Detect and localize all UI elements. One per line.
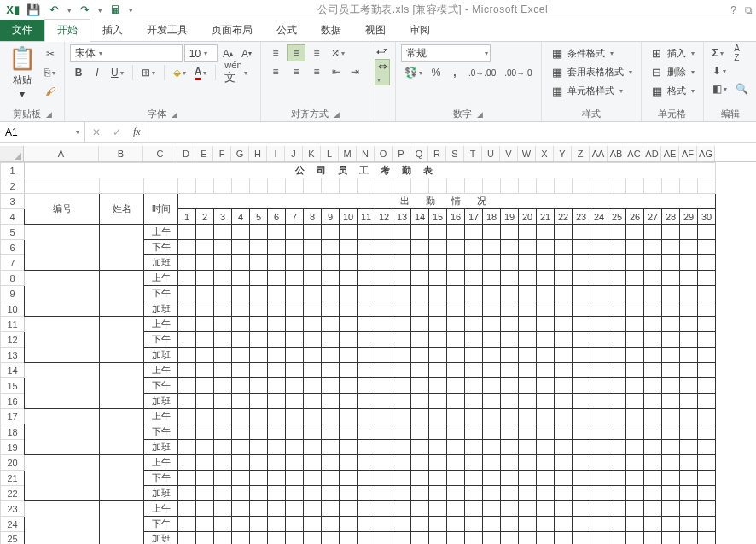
column-header[interactable]: N (357, 146, 375, 161)
row-header[interactable]: 7 (1, 255, 25, 271)
tab-data[interactable]: 数据 (309, 20, 353, 41)
conditional-formatting-button[interactable]: ▦条件格式▾ (547, 44, 636, 62)
row-header[interactable]: 19 (1, 440, 25, 455)
tab-formulas[interactable]: 公式 (265, 20, 309, 41)
column-header[interactable]: M (339, 146, 357, 161)
column-header[interactable]: AG (697, 146, 715, 161)
align-bottom-button[interactable]: ≡ (307, 44, 326, 61)
align-center-button[interactable]: ≡ (287, 63, 305, 80)
sort-filter-button[interactable]: AZ (729, 44, 746, 61)
fill-button[interactable]: ⬇▾ (709, 62, 730, 79)
row-header[interactable]: 23 (1, 501, 25, 517)
formula-input[interactable] (154, 126, 751, 138)
column-header[interactable]: D (177, 146, 195, 161)
row-header[interactable]: 22 (1, 486, 25, 501)
row-header[interactable]: 2 (1, 178, 25, 194)
comma-button[interactable]: , (446, 64, 463, 81)
column-header[interactable]: AC (625, 146, 643, 161)
column-header[interactable]: Y (554, 146, 572, 161)
column-header[interactable]: H (249, 146, 267, 161)
row-header[interactable]: 17 (1, 409, 25, 424)
dialog-launcher-icon[interactable]: ◢ (477, 110, 483, 119)
row-header[interactable]: 14 (1, 363, 25, 378)
dialog-launcher-icon[interactable]: ◢ (46, 110, 52, 119)
decrease-indent-button[interactable]: ⇤ (328, 63, 345, 80)
tab-review[interactable]: 审阅 (398, 20, 442, 41)
row-header[interactable]: 10 (1, 301, 25, 317)
column-header[interactable]: E (195, 146, 213, 161)
row-header[interactable]: 21 (1, 471, 25, 486)
fill-color-button[interactable]: ⬙▾ (170, 64, 189, 81)
number-format-combo[interactable]: 常规▾ (401, 44, 491, 62)
column-header[interactable]: O (375, 146, 393, 161)
clear-button[interactable]: ◧▾ (709, 80, 730, 97)
undo-icon[interactable]: ↶ (44, 2, 63, 19)
format-painter-button[interactable]: 🖌 (41, 83, 59, 100)
decrease-decimal-button[interactable]: .00→.0 (501, 64, 535, 81)
column-header[interactable]: AD (643, 146, 661, 161)
cancel-formula-icon[interactable]: ✕ (92, 126, 101, 138)
column-header[interactable]: AB (608, 146, 625, 161)
column-header[interactable]: Q (410, 146, 428, 161)
row-header[interactable]: 11 (1, 317, 25, 332)
name-box-input[interactable] (5, 126, 65, 138)
autosum-button[interactable]: Σ▾ (709, 44, 727, 61)
tab-home[interactable]: 开始 (44, 19, 90, 42)
increase-decimal-button[interactable]: .0→.00 (465, 64, 499, 81)
row-header[interactable]: 13 (1, 348, 25, 363)
align-top-button[interactable]: ≡ (266, 44, 285, 61)
qat-customize-icon[interactable]: ▾ (126, 2, 135, 19)
row-header[interactable]: 3 (1, 194, 25, 209)
underline-button[interactable]: U▾ (108, 64, 127, 81)
column-header[interactable]: AA (590, 146, 608, 161)
tab-devtools[interactable]: 开发工具 (135, 20, 200, 41)
row-header[interactable]: 4 (1, 209, 25, 225)
font-size-combo[interactable]: 10▾ (184, 44, 218, 62)
row-header[interactable]: 25 (1, 532, 25, 545)
find-select-button[interactable]: 🔍 (732, 80, 752, 97)
accounting-button[interactable]: 💱▾ (401, 64, 426, 81)
column-header[interactable]: AF (679, 146, 697, 161)
column-header[interactable]: X (536, 146, 554, 161)
column-header[interactable]: Z (572, 146, 590, 161)
increase-indent-button[interactable]: ⇥ (346, 63, 363, 80)
row-header[interactable]: 24 (1, 517, 25, 532)
italic-button[interactable]: I (89, 64, 106, 81)
select-all-button[interactable] (0, 146, 24, 161)
format-as-table-button[interactable]: ▦套用表格格式▾ (547, 63, 636, 81)
row-header[interactable]: 8 (1, 271, 25, 286)
redo-icon[interactable]: ↷ (75, 2, 94, 19)
name-box[interactable]: ▾ (0, 122, 85, 142)
insert-cells-button[interactable]: ⊞插入▾ (647, 44, 698, 62)
row-header[interactable]: 20 (1, 455, 25, 471)
column-header[interactable]: V (500, 146, 518, 161)
column-header[interactable]: G (231, 146, 249, 161)
row-header[interactable]: 15 (1, 378, 25, 394)
column-header[interactable]: R (428, 146, 446, 161)
calc-icon[interactable]: 🖩 (106, 2, 125, 19)
copy-button[interactable]: ⎘▾ (41, 64, 59, 81)
enter-formula-icon[interactable]: ✓ (113, 126, 121, 138)
restore-icon[interactable]: ⧉ (745, 4, 753, 16)
column-header[interactable]: I (267, 146, 285, 161)
row-header[interactable]: 9 (1, 286, 25, 301)
font-name-combo[interactable]: 宋体▾ (70, 44, 183, 62)
phonetic-button[interactable]: wén文▾ (221, 64, 250, 81)
bold-button[interactable]: B (70, 64, 87, 81)
excel-icon[interactable]: X▮ (3, 2, 22, 19)
percent-button[interactable]: % (427, 64, 445, 81)
save-icon[interactable]: 💾 (24, 2, 43, 19)
column-header[interactable]: U (482, 146, 500, 161)
merge-center-button[interactable]: ⇔▾ (375, 59, 390, 85)
font-color-button[interactable]: A▾ (191, 64, 211, 81)
tab-view[interactable]: 视图 (353, 20, 398, 41)
column-header[interactable]: J (285, 146, 303, 161)
column-header[interactable]: A (24, 146, 99, 161)
paste-button[interactable]: 📋 粘贴 ▾ (5, 44, 39, 101)
tab-pagelayout[interactable]: 页面布局 (200, 20, 265, 41)
column-header[interactable]: F (213, 146, 231, 161)
cell-styles-button[interactable]: ▦单元格样式▾ (547, 82, 636, 100)
grid[interactable]: 1公司员工考勤表23编号姓名时间出 勤 情 况41234567891011121… (0, 162, 716, 544)
row-header[interactable]: 12 (1, 332, 25, 348)
orientation-button[interactable]: ⤮▾ (328, 44, 348, 61)
